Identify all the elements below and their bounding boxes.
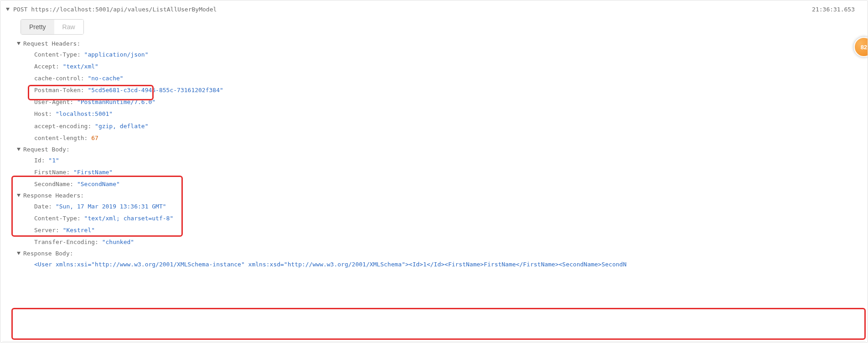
kv-line: Id: "1" bbox=[0, 155, 868, 166]
kv-key: Id: bbox=[34, 157, 48, 164]
request-summary-row[interactable]: POST https://localhost:5001/api/values/L… bbox=[0, 0, 868, 16]
kv-key: Transfer-Encoding: bbox=[34, 239, 102, 245]
kv-line: FirstName: "FirstName" bbox=[0, 166, 868, 178]
request-headers-header[interactable]: Request Headers: bbox=[0, 38, 868, 49]
kv-line: Accept: "text/xml" bbox=[0, 61, 868, 73]
kv-value: "localhost:5001" bbox=[56, 110, 113, 117]
kv-key: SecondName: bbox=[34, 181, 77, 187]
kv-value: "SecondName" bbox=[77, 181, 120, 187]
section-title: Request Headers: bbox=[23, 40, 80, 47]
kv-key: Server: bbox=[34, 227, 63, 234]
kv-line: SecondName: "SecondName" bbox=[0, 178, 868, 190]
view-mode-tabs: Pretty Raw bbox=[21, 19, 84, 35]
kv-key: Host: bbox=[34, 110, 56, 117]
kv-line: Postman-Token: "5cd5e681-c3cd-4946-855c-… bbox=[0, 84, 868, 96]
kv-line: Transfer-Encoding: "chunked" bbox=[0, 236, 868, 248]
kv-value: "text/xml; charset=utf-8" bbox=[84, 215, 174, 222]
kv-key: Content-Type: bbox=[34, 215, 84, 222]
response-body-content: <User xmlns:xsi="http://www.w3.org/2001/… bbox=[0, 259, 868, 270]
response-headers-list: Date: "Sun, 17 Mar 2019 13:36:31 GMT"Con… bbox=[0, 201, 868, 248]
kv-line: Content-Type: "application/json" bbox=[0, 49, 868, 61]
tab-raw[interactable]: Raw bbox=[54, 20, 83, 34]
kv-line: Content-Type: "text/xml; charset=utf-8" bbox=[0, 213, 868, 224]
request-body-list: Id: "1"FirstName: "FirstName"SecondName:… bbox=[0, 155, 868, 190]
kv-value: "5cd5e681-c3cd-4946-855c-73161202f384" bbox=[88, 87, 223, 94]
caret-down-icon bbox=[6, 8, 10, 11]
kv-value: "text/xml" bbox=[63, 63, 98, 70]
badge-count-value: 82 bbox=[861, 44, 867, 51]
section-title: Response Headers: bbox=[23, 192, 84, 199]
kv-value: "FirstName" bbox=[73, 169, 113, 176]
kv-key: Postman-Token: bbox=[34, 87, 88, 94]
kv-key: Accept: bbox=[34, 63, 63, 70]
kv-line: content-length: 67 bbox=[0, 132, 868, 144]
kv-line: User-Agent: "PostmanRuntime/7.6.0" bbox=[0, 96, 868, 108]
kv-value: "Sun, 17 Mar 2019 13:36:31 GMT" bbox=[56, 203, 166, 210]
caret-down-icon bbox=[17, 148, 21, 151]
kv-key: cache-control: bbox=[34, 75, 88, 82]
kv-key: Content-Type: bbox=[34, 51, 84, 58]
tab-pretty[interactable]: Pretty bbox=[21, 20, 54, 34]
section-title: Response Body: bbox=[23, 250, 73, 257]
response-body-header[interactable]: Response Body: bbox=[0, 248, 868, 259]
kv-line: accept-encoding: "gzip, deflate" bbox=[0, 120, 868, 132]
response-headers-header[interactable]: Response Headers: bbox=[0, 190, 868, 201]
kv-value: 67 bbox=[91, 135, 98, 141]
http-method: POST bbox=[13, 6, 27, 13]
timestamp: 21:36:31.653 bbox=[812, 6, 862, 13]
kv-value: "gzip, deflate" bbox=[95, 123, 148, 130]
caret-down-icon bbox=[17, 194, 21, 197]
kv-value: "application/json" bbox=[84, 51, 149, 58]
highlight-response-body bbox=[11, 308, 866, 340]
kv-key: accept-encoding: bbox=[34, 123, 95, 130]
kv-value: "1" bbox=[48, 157, 59, 164]
caret-down-icon bbox=[17, 42, 21, 45]
request-url: https://localhost:5001/api/values/ListAl… bbox=[31, 6, 217, 13]
section-title: Request Body: bbox=[23, 146, 70, 153]
request-headers-list: Content-Type: "application/json"Accept: … bbox=[0, 49, 868, 144]
kv-key: Date: bbox=[34, 203, 56, 210]
divider bbox=[2, 341, 866, 342]
kv-key: content-length: bbox=[34, 135, 91, 141]
kv-line: Host: "localhost:5001" bbox=[0, 108, 868, 120]
kv-key: FirstName: bbox=[34, 169, 73, 176]
kv-key: User-Agent: bbox=[34, 99, 77, 105]
kv-line: Server: "Kestrel" bbox=[0, 224, 868, 236]
kv-value: "no-cache" bbox=[88, 75, 123, 82]
request-body-header[interactable]: Request Body: bbox=[0, 144, 868, 155]
kv-value: "Kestrel" bbox=[63, 227, 95, 234]
caret-down-icon bbox=[17, 252, 21, 255]
kv-value: "PostmanRuntime/7.6.0" bbox=[77, 99, 155, 105]
kv-line: cache-control: "no-cache" bbox=[0, 73, 868, 84]
response-body-xml: <User xmlns:xsi="http://www.w3.org/2001/… bbox=[34, 261, 626, 268]
kv-line: Date: "Sun, 17 Mar 2019 13:36:31 GMT" bbox=[0, 201, 868, 213]
kv-value: "chunked" bbox=[102, 239, 134, 245]
